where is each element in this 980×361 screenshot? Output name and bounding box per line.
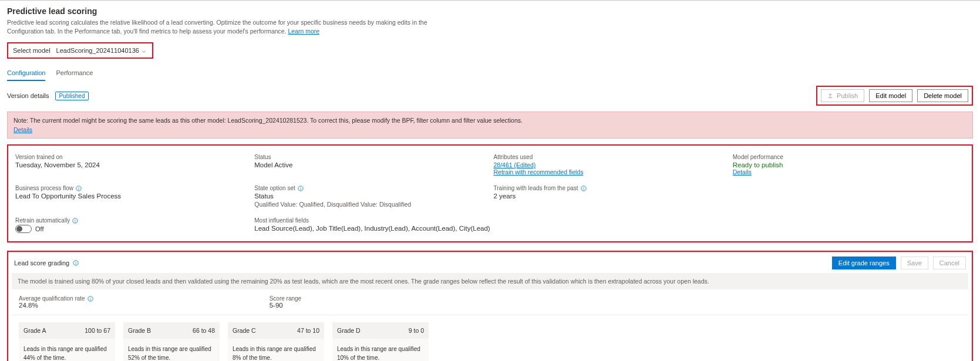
tab-configuration[interactable]: Configuration <box>7 67 45 81</box>
grade-line1: Leads in this range are qualified 8% of … <box>233 345 319 361</box>
model-details-panel: Version trained on Tuesday, November 5, … <box>7 144 973 242</box>
retrain-recommended-link[interactable]: Retrain with recommended fields <box>494 168 584 176</box>
info-icon[interactable]: i <box>72 218 78 224</box>
status-value: Model Active <box>254 161 486 168</box>
attributes-label: Attributes used <box>494 154 726 160</box>
status-label: Status <box>254 154 486 160</box>
svg-text:i: i <box>583 186 584 190</box>
grade-name: Grade C <box>233 327 256 334</box>
field-performance: Model performance Ready to publish Detai… <box>733 154 965 176</box>
field-retrain-auto: Retrain automatically i Off <box>15 217 247 233</box>
select-model-value: LeadScoring_202411040136 <box>56 47 139 54</box>
performance-label: Model performance <box>733 154 965 160</box>
grades-row: Grade A 100 to 67 Leads in this range ar… <box>12 315 968 361</box>
chevron-down-icon <box>142 48 146 53</box>
model-action-buttons: Publish Edit model Delete model <box>816 86 973 106</box>
trained-on-label: Version trained on <box>15 154 247 160</box>
grade-name: Grade A <box>23 327 46 334</box>
grade-card-b: Grade B 66 to 48 Leads in this range are… <box>123 322 220 361</box>
grading-title: Lead score grading <box>14 259 69 266</box>
training-past-label: Training with leads from the past <box>494 185 578 191</box>
publish-button: Publish <box>821 89 864 102</box>
sos-subvalue: Qualified Value: Qualified, Disqualified… <box>254 201 486 208</box>
edit-model-button[interactable]: Edit model <box>869 89 912 102</box>
page-subtitle: Predictive lead scoring calculates the r… <box>7 18 430 35</box>
score-range: Score range 5-90 <box>270 295 301 309</box>
grading-explain: The model is trained using 80% of your c… <box>12 273 968 289</box>
save-button: Save <box>901 257 928 269</box>
info-icon[interactable]: i <box>87 296 93 302</box>
svg-text:i: i <box>78 186 79 190</box>
warning-details-link[interactable]: Details <box>14 126 32 133</box>
grade-card-a: Grade A 100 to 67 Leads in this range ar… <box>19 322 115 361</box>
version-details-label: Version details <box>7 92 49 99</box>
grade-range: 47 to 10 <box>297 327 319 334</box>
grade-name: Grade D <box>337 327 361 334</box>
avg-qualification-value: 24.8% <box>19 302 93 309</box>
field-training-past: Training with leads from the past i 2 ye… <box>494 185 726 208</box>
publish-label: Publish <box>837 92 858 99</box>
tabs: Configuration Performance <box>7 67 973 81</box>
cancel-button: Cancel <box>933 257 966 269</box>
sos-label: State option set <box>254 185 295 191</box>
select-model-bar: Select model LeadScoring_202411040136 <box>7 42 153 59</box>
published-badge: Published <box>55 92 89 100</box>
performance-value: Ready to publish <box>733 161 965 168</box>
field-status: Status Model Active <box>254 154 486 176</box>
score-range-value: 5-90 <box>270 302 301 309</box>
svg-text:i: i <box>300 186 301 190</box>
select-model-label: Select model <box>13 47 50 54</box>
info-icon[interactable]: i <box>76 185 82 191</box>
trained-on-value: Tuesday, November 5, 2024 <box>15 161 247 168</box>
grade-name: Grade B <box>128 327 151 334</box>
lead-score-grading-section: Lead score grading i Edit grade ranges S… <box>7 251 973 361</box>
grade-range: 9 to 0 <box>409 327 424 334</box>
retrain-label: Retrain automatically <box>15 217 70 224</box>
avg-qualification: Average qualification rate i 24.8% <box>19 295 93 309</box>
bpf-value: Lead To Opportunity Sales Process <box>15 193 247 200</box>
delete-model-button[interactable]: Delete model <box>917 89 968 102</box>
sos-value: Status <box>254 193 486 200</box>
page-subtitle-text: Predictive lead scoring calculates the r… <box>7 19 427 35</box>
training-past-value: 2 years <box>494 193 726 200</box>
grade-card-c: Grade C 47 to 10 Leads in this range are… <box>228 322 324 361</box>
score-range-label: Score range <box>270 295 301 302</box>
info-icon[interactable]: i <box>73 260 79 266</box>
learn-more-link[interactable]: Learn more <box>288 28 320 35</box>
version-details: Version details Published <box>7 92 89 100</box>
info-icon[interactable]: i <box>298 185 304 191</box>
avg-qualification-label: Average qualification rate <box>19 295 85 302</box>
field-bpf: Business process flow i Lead To Opportun… <box>15 185 247 208</box>
svg-text:i: i <box>75 261 76 265</box>
warning-banner: Note: The current model might be scoring… <box>7 112 973 139</box>
field-trained-on: Version trained on Tuesday, November 5, … <box>15 154 247 176</box>
warning-text: Note: The current model might be scoring… <box>14 117 966 124</box>
select-model-dropdown[interactable]: LeadScoring_202411040136 <box>56 47 146 54</box>
grade-line1: Leads in this range are qualified 52% of… <box>128 345 215 361</box>
grade-line1: Leads in this range are qualified 10% of… <box>337 345 424 361</box>
field-state-option-set: State option set i Status Qualified Valu… <box>254 185 486 208</box>
grade-range: 100 to 67 <box>85 327 110 334</box>
edit-grade-ranges-button[interactable]: Edit grade ranges <box>832 257 896 269</box>
influential-value: Lead Source(Lead), Job Title(Lead), Indu… <box>254 225 965 232</box>
svg-text:i: i <box>75 218 76 222</box>
page-title: Predictive lead scoring <box>7 6 973 16</box>
upload-icon <box>827 93 833 99</box>
performance-details-link[interactable]: Details <box>733 168 752 176</box>
grade-line1: Leads in this range are qualified 44% of… <box>23 345 110 361</box>
field-attributes: Attributes used 28/461 (Edited) Retrain … <box>494 154 726 176</box>
bpf-label: Business process flow <box>15 185 73 191</box>
grade-card-d: Grade D 9 to 0 Leads in this range are q… <box>332 322 429 361</box>
retrain-value: Off <box>35 225 43 232</box>
retrain-toggle[interactable] <box>15 225 32 233</box>
svg-text:i: i <box>90 296 91 301</box>
attributes-value-link[interactable]: 28/461 (Edited) <box>494 161 536 168</box>
grade-range: 66 to 48 <box>193 327 215 334</box>
tab-performance[interactable]: Performance <box>56 67 93 81</box>
field-influential: Most influential fields Lead Source(Lead… <box>254 217 965 233</box>
info-icon[interactable]: i <box>581 185 587 191</box>
influential-label: Most influential fields <box>254 217 965 224</box>
